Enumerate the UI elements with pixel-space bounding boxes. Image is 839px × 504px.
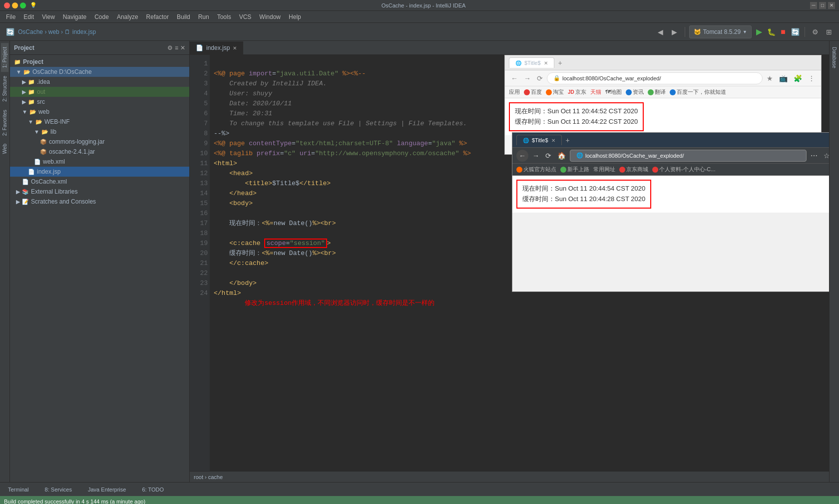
menu-code[interactable]: Code (90, 12, 113, 21)
tree-oscache-jar[interactable]: 📦 oscache-2.4.1.jar (10, 147, 189, 157)
menu-file[interactable]: File (2, 12, 19, 21)
bm-translate[interactable]: 翻译 (648, 88, 666, 96)
tree-webxml[interactable]: 📄 web.xml (10, 157, 189, 167)
browser2-forward-button[interactable]: → (530, 151, 541, 161)
debug-button[interactable]: 🐛 (766, 26, 777, 37)
tab-close-icon[interactable]: ✕ (233, 45, 237, 51)
editor-breadcrumb: root › cache (190, 471, 829, 482)
browser1-tab[interactable]: 🌐 $Title$ ✕ (509, 57, 554, 68)
web-tab[interactable]: Web (1, 140, 8, 158)
settings-button[interactable]: ⚙ (809, 26, 821, 38)
project-layout-button[interactable]: ≡ (175, 44, 178, 51)
reload-button[interactable]: 🔄 (790, 26, 801, 37)
bm-baidu2[interactable]: 百度一下，你就知道 (670, 88, 726, 96)
win-minimize-button[interactable]: ─ (810, 2, 817, 9)
browser2-new-tab[interactable]: + (566, 136, 570, 144)
tree-commons-logging[interactable]: 📦 commons-logging.jar (10, 137, 189, 147)
bm-baidu[interactable]: 百度 (524, 88, 542, 96)
tree-oscache-root[interactable]: ▼ 📂 OsCache D:\OsCache (10, 67, 189, 77)
browser2-reload-button[interactable]: ⟳ (543, 151, 553, 161)
browser2-bookmark-button[interactable]: ☆ (822, 151, 829, 161)
tomcat-button[interactable]: 🐱 Tomcat 8.5.29 ▼ (689, 25, 752, 38)
bm2-ff[interactable]: 火狐官方站点 (516, 166, 556, 173)
browser2-home-button[interactable]: 🏠 (555, 151, 568, 161)
browser1-ext-button[interactable]: 🧩 (792, 73, 804, 83)
bm2-personal[interactable]: 个人资料-个人中心-C... (652, 166, 715, 173)
favorites-tab[interactable]: 2: Favorites (1, 106, 8, 140)
bm-taobao[interactable]: 淘宝 (546, 88, 564, 96)
tree-webinf[interactable]: ▼ 📂 WEB-INF (10, 117, 189, 127)
bm-tmall[interactable]: 天猫 (590, 88, 601, 96)
bm2-jd[interactable]: 京东商城 (619, 166, 648, 173)
browser1-new-tab[interactable]: + (558, 59, 562, 67)
tree-indexjsp[interactable]: 📄 index.jsp (10, 167, 189, 177)
sync-button[interactable]: 🔄 (4, 26, 16, 38)
menu-view[interactable]: View (38, 12, 59, 21)
browser1-forward-button[interactable]: → (522, 73, 533, 83)
menu-vcs[interactable]: VCS (235, 12, 256, 21)
browser1-menu-button[interactable]: ⋮ (806, 73, 817, 83)
bm2-common[interactable]: 常用网址 (593, 166, 615, 173)
structure-tab[interactable]: 2: Structure (1, 72, 8, 106)
win-restore-button[interactable]: □ (819, 2, 826, 9)
back-button[interactable]: ◀ (655, 26, 667, 38)
browser2-back-button[interactable]: ← (516, 150, 528, 162)
browser1-back-button[interactable]: ← (509, 73, 520, 83)
forward-button[interactable]: ▶ (669, 26, 681, 38)
browser2-tab-close[interactable]: ✕ (551, 138, 555, 143)
menu-navigate[interactable]: Navigate (59, 12, 90, 21)
menu-tools[interactable]: Tools (213, 12, 235, 21)
win-close-button[interactable]: ✕ (828, 2, 835, 9)
folder-icon: 📂 (29, 109, 36, 115)
tree-out[interactable]: ▶ 📁 out (10, 87, 189, 97)
project-tab[interactable]: 1: Project (1, 43, 8, 72)
tree-root[interactable]: 📁 Project (10, 57, 189, 67)
menu-edit[interactable]: Edit (19, 12, 38, 21)
layout-button[interactable]: ⊞ (823, 26, 835, 38)
services-tab[interactable]: 8: Services (41, 485, 76, 495)
browser1-url-bar[interactable]: 🔒 localhost:8080/OsCache_war_exploded/ (547, 72, 763, 84)
close-icon[interactable] (4, 2, 10, 8)
menu-build[interactable]: Build (173, 12, 194, 21)
database-tab[interactable]: Database (831, 43, 838, 72)
project-close-button[interactable]: ✕ (180, 44, 185, 51)
browser2-tab[interactable]: 🌐 $Title$ ✕ (516, 135, 562, 145)
breadcrumb-file[interactable]: 🗒 index.jsp (64, 28, 96, 35)
menu-analyze[interactable]: Analyze (113, 12, 142, 21)
expand-icon: ▶ (22, 99, 26, 105)
browser1-bookmark-button[interactable]: ★ (765, 73, 775, 83)
bm2-new[interactable]: 新手上路 (560, 166, 589, 173)
browser1-reload-button[interactable]: ⟳ (535, 73, 545, 83)
project-settings-button[interactable]: ⚙ (167, 44, 173, 51)
tree-ext-libs[interactable]: ▶ 📚 External Libraries (10, 187, 189, 197)
java-tab[interactable]: Java Enterprise (84, 485, 130, 495)
maximize-icon[interactable] (20, 2, 26, 8)
bm-map[interactable]: 🗺地图 (605, 88, 622, 96)
tree-lib[interactable]: ▼ 📂 lib (10, 127, 189, 137)
bm-apps[interactable]: 应用 (509, 88, 520, 96)
minimize-icon[interactable] (12, 2, 18, 8)
tree-idea[interactable]: ▶ 📁 .idea (10, 77, 189, 87)
run-button[interactable]: ▶ (754, 26, 765, 37)
browser2-url-bar[interactable]: 🌐 localhost:8080/OsCache_war_exploded/ (570, 150, 807, 162)
browser1-tab-close[interactable]: ✕ (544, 60, 548, 66)
menu-window[interactable]: Window (255, 12, 285, 21)
tree-oscachexml[interactable]: 📄 OsCache.xml (10, 177, 189, 187)
breadcrumb-project[interactable]: OsCache (18, 28, 43, 35)
menu-help[interactable]: Help (285, 12, 305, 21)
browser1-cast-button[interactable]: 📺 (777, 73, 790, 83)
bm-news[interactable]: 资讯 (626, 88, 644, 96)
menu-run[interactable]: Run (194, 12, 213, 21)
editor-tab-indexjsp[interactable]: 📄 index.jsp ✕ (190, 41, 243, 54)
tree-src[interactable]: ▶ 📁 src (10, 97, 189, 107)
window-title: OsCache - index.jsp - IntelliJ IDEA (37, 2, 810, 8)
tree-web[interactable]: ▼ 📂 web (10, 107, 189, 117)
stop-button[interactable]: ■ (778, 26, 789, 37)
tree-scratches[interactable]: ▶ 📝 Scratches and Consoles (10, 197, 189, 207)
menu-refactor[interactable]: Refactor (142, 12, 173, 21)
terminal-tab[interactable]: Terminal (4, 485, 33, 495)
todo-tab[interactable]: 6: TODO (138, 485, 168, 495)
bm-jd[interactable]: JD京东 (568, 88, 586, 96)
breadcrumb-web[interactable]: web (48, 28, 59, 35)
browser2-more-button[interactable]: ⋯ (809, 151, 820, 161)
